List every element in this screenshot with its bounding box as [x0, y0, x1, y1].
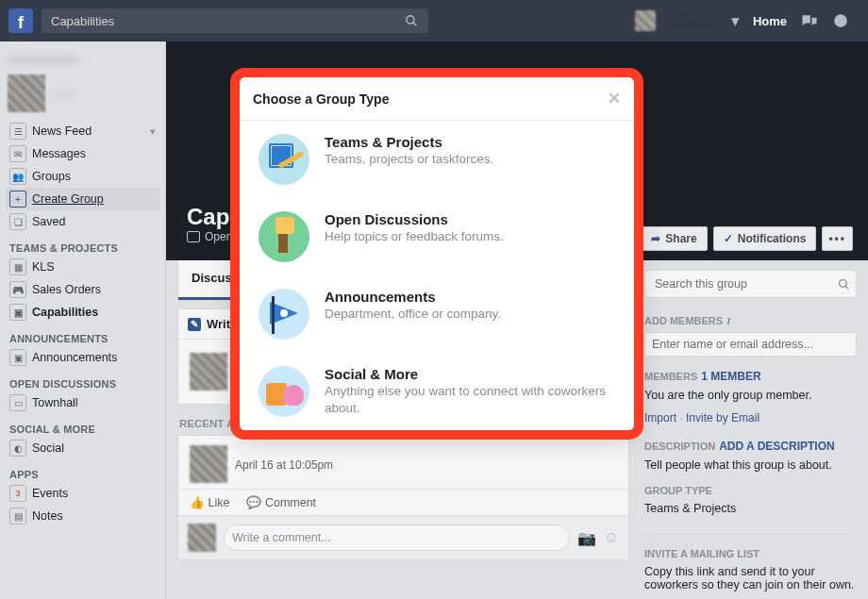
- group-type-title: Social & More: [325, 366, 617, 382]
- choose-group-type-modal: Choose a Group Type ✕ Teams & Projects T…: [240, 77, 634, 430]
- group-type-announcements[interactable]: Announcements Department, office or comp…: [240, 275, 634, 353]
- group-type-subtitle: Anything else you want to connect with c…: [325, 383, 617, 416]
- group-type-subtitle: Teams, projects or taskforces.: [325, 151, 493, 168]
- announcements-icon: [259, 289, 309, 340]
- social-more-icon: [259, 366, 309, 417]
- open-discussions-icon: [259, 211, 309, 262]
- group-type-open-discussions[interactable]: Open Discussions Help topics or feedback…: [240, 198, 634, 275]
- teams-projects-icon: [259, 134, 309, 185]
- group-type-title: Teams & Projects: [325, 134, 493, 150]
- group-type-subtitle: Department, office or company.: [325, 306, 501, 323]
- group-type-title: Open Discussions: [325, 211, 504, 227]
- modal-title: Choose a Group Type: [253, 92, 389, 107]
- close-icon[interactable]: ✕: [608, 89, 621, 108]
- group-type-subtitle: Help topics or feedback forums.: [325, 228, 504, 245]
- group-type-title: Announcements: [325, 289, 501, 305]
- group-type-teams-projects[interactable]: Teams & Projects Teams, projects or task…: [240, 121, 634, 198]
- group-type-social-more[interactable]: Social & More Anything else you want to …: [240, 353, 634, 430]
